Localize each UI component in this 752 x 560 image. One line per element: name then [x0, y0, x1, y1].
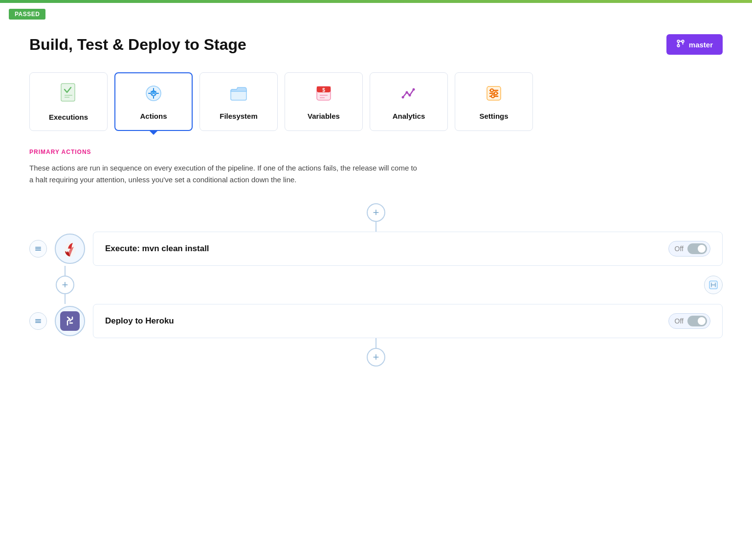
svg-rect-3: [61, 84, 75, 101]
heroku-icon-wrap: [55, 306, 85, 336]
analytics-icon: [399, 84, 419, 106]
add-action-button-middle[interactable]: +: [56, 276, 74, 294]
between-left-2: +: [367, 338, 385, 366]
svg-point-19: [413, 88, 415, 90]
action-card-heroku: Deploy to Heroku Off: [93, 304, 723, 338]
toggle-mvn-label: Off: [675, 245, 684, 253]
tabs-container: Executions Actions: [29, 72, 723, 131]
toggle-heroku-label: Off: [675, 317, 684, 325]
tab-filesystem[interactable]: Filesystem: [199, 72, 278, 131]
svg-point-26: [491, 95, 494, 98]
action-name-mvn: Execute: mvn clean install: [105, 244, 209, 254]
page-header: Build, Test & Deploy to Stage master: [29, 34, 723, 55]
tab-actions[interactable]: Actions: [114, 72, 193, 131]
master-branch-button[interactable]: master: [666, 34, 723, 55]
executions-icon: [59, 83, 78, 107]
between-left-1: +: [56, 266, 74, 304]
tab-settings-label: Settings: [479, 112, 508, 120]
tab-settings[interactable]: Settings: [455, 72, 533, 131]
passed-badge-wrap: PASSED: [0, 3, 752, 20]
svg-point-25: [494, 92, 497, 95]
filesystem-icon: [229, 84, 248, 106]
svg-point-24: [490, 89, 493, 92]
primary-actions-section: PRIMARY ACTIONS These actions are run in…: [29, 149, 723, 366]
connector-line-1: [376, 222, 376, 232]
settings-icon: [484, 84, 504, 106]
toggle-heroku[interactable]: Off: [668, 313, 710, 329]
drag-handle-heroku[interactable]: [29, 312, 47, 330]
actions-pipeline: +: [29, 203, 723, 366]
connector-line-2: [65, 266, 66, 276]
svg-point-2: [677, 44, 680, 47]
tab-analytics[interactable]: Analytics: [370, 72, 448, 131]
actions-icon: [144, 84, 163, 106]
toggle-heroku-switch[interactable]: [687, 316, 707, 326]
action-row-heroku: Deploy to Heroku Off: [29, 304, 723, 338]
add-action-button-bottom[interactable]: +: [367, 348, 385, 366]
tab-analytics-label: Analytics: [393, 112, 425, 120]
add-action-button-top[interactable]: +: [367, 203, 385, 222]
svg-point-16: [402, 96, 404, 98]
connector-line-3: [65, 294, 66, 304]
branch-icon: [676, 39, 685, 50]
toggle-mvn-switch[interactable]: [687, 243, 707, 254]
heroku-icon: [60, 311, 80, 331]
drag-handle-mvn[interactable]: [29, 240, 47, 258]
primary-actions-desc: These actions are run in sequence on eve…: [29, 162, 420, 186]
tab-executions[interactable]: Executions: [29, 72, 108, 131]
tab-filesystem-label: Filesystem: [220, 112, 258, 120]
page-title: Build, Test & Deploy to Stage: [29, 36, 246, 54]
main-content: Build, Test & Deploy to Stage master: [0, 20, 752, 396]
action-name-heroku: Deploy to Heroku: [105, 316, 174, 326]
tab-actions-label: Actions: [140, 112, 167, 120]
svg-point-0: [677, 40, 680, 43]
action-status-icon[interactable]: [704, 276, 723, 294]
master-branch-label: master: [689, 41, 713, 49]
variables-icon: $: [314, 84, 333, 106]
svg-point-18: [409, 94, 411, 96]
between-actions-1: +: [29, 266, 723, 304]
tab-variables-label: Variables: [308, 112, 340, 120]
passed-badge: PASSED: [9, 9, 45, 20]
maven-icon-wrap: [55, 234, 85, 264]
action-card-mvn: Execute: mvn clean install Off: [93, 232, 723, 266]
action-row-mvn: Execute: mvn clean install Off: [29, 232, 723, 266]
tab-executions-label: Executions: [49, 113, 88, 121]
primary-actions-label: PRIMARY ACTIONS: [29, 149, 723, 155]
svg-text:$: $: [322, 87, 325, 93]
toggle-mvn[interactable]: Off: [668, 241, 710, 257]
svg-point-17: [406, 91, 408, 93]
connector-line-4: [376, 338, 376, 348]
tab-variables[interactable]: $ Variables: [285, 72, 363, 131]
